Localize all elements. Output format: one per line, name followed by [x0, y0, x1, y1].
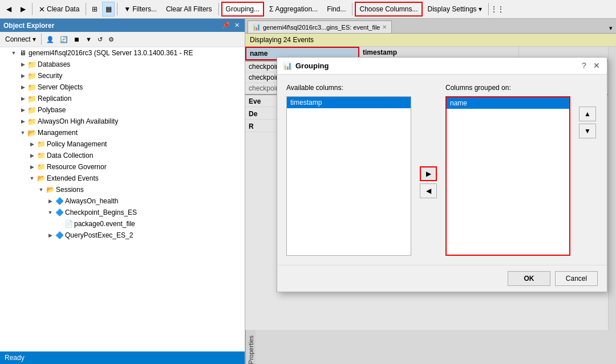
cancel-button[interactable]: Cancel — [555, 271, 598, 286]
up-down-buttons: ▲ ▼ — [577, 84, 598, 256]
subfolder-icon: 📁 — [37, 151, 46, 160]
tree-item-polybase[interactable]: ▶ 📁 Polybase — [0, 104, 245, 116]
move-down-button[interactable]: ▼ — [579, 124, 596, 138]
oe-btn-1[interactable]: 👤 — [44, 35, 56, 44]
alwayson-label: AlwaysOn High Availability — [38, 117, 118, 125]
separator-2 — [86, 3, 86, 15]
panel-header-buttons: 📌 ✕ — [220, 21, 241, 30]
aggregation-label: Aggregation... — [275, 5, 318, 13]
object-explorer-panel: Object Explorer 📌 ✕ Connect ▾ 👤 🔄 ⏹ ▼ ↺ … — [0, 19, 245, 364]
find-label: Find... — [327, 5, 346, 13]
tree-item-server[interactable]: ▼ 🖥 genemi4f\sql2016rc3 (SQL Server 13.0… — [0, 47, 245, 59]
right-panel: 📊 genemi4f\sql2016rc3...gins_ES: event_f… — [245, 19, 616, 364]
server-objects-label: Server Objects — [38, 83, 83, 91]
tree-item-management[interactable]: ▼ 📂 Management — [0, 127, 245, 138]
grouping-dialog: 📊 Grouping ? ✕ Available columns: — [277, 57, 607, 292]
filters-button[interactable]: ▼ Filters... — [120, 2, 161, 17]
oe-refresh-btn[interactable]: ↺ — [95, 35, 105, 44]
clear-all-filters-label: Clear All Filters — [166, 5, 212, 13]
choose-columns-label: Choose Columns... — [359, 5, 418, 13]
arrow-buttons: ▶ ◀ — [418, 84, 439, 256]
dialog-footer: OK Cancel — [277, 265, 607, 292]
available-columns-list[interactable]: timestamp — [286, 96, 411, 256]
move-right-button[interactable]: ▶ — [420, 166, 437, 181]
grid-view-button[interactable]: ⊞ — [88, 2, 101, 17]
dialog-controls: ? ✕ — [579, 61, 601, 70]
active-view-button[interactable]: ▦ — [102, 2, 115, 17]
list-item-timestamp[interactable]: timestamp — [287, 97, 411, 108]
toggle-icon: ▶ — [18, 118, 27, 124]
aggregation-button[interactable]: Σ Aggregation... — [265, 2, 322, 17]
clear-data-button[interactable]: ✕ Clear Data — [35, 2, 83, 17]
right-arrow-icon: ▶ — [426, 170, 431, 178]
grouping-button[interactable]: Grouping... — [221, 2, 264, 17]
management-label: Management — [38, 129, 78, 137]
more-icon: ⋮⋮ — [491, 5, 504, 13]
oe-settings-btn[interactable]: ⚙ — [106, 35, 116, 44]
separator-5 — [352, 3, 352, 15]
grouped-columns-list[interactable]: name — [445, 96, 570, 256]
toggle-icon: ▶ — [27, 141, 37, 147]
grouping-label: Grouping... — [226, 5, 260, 13]
data-collection-label: Data Collection — [47, 152, 93, 159]
move-left-button[interactable]: ◀ — [420, 183, 437, 198]
sigma-icon: Σ — [269, 5, 273, 13]
main-container: Object Explorer 📌 ✕ Connect ▾ 👤 🔄 ⏹ ▼ ↺ … — [0, 19, 616, 364]
toggle-icon: ▶ — [27, 164, 37, 170]
oe-stop-btn[interactable]: ⏹ — [71, 35, 82, 44]
tree-item-querypostexec[interactable]: ▶ 🔷 QueryPostExec_ES_2 — [0, 230, 245, 241]
folder-icon: 📂 — [46, 185, 55, 194]
tree-item-alwayson-health[interactable]: ▶ 🔷 AlwaysOn_health — [0, 195, 245, 207]
close-panel-button[interactable]: ✕ — [233, 21, 241, 30]
tree-item-security[interactable]: ▶ 📁 Security — [0, 70, 245, 81]
ok-button[interactable]: OK — [508, 271, 550, 286]
status-text: Ready — [5, 354, 25, 362]
connect-button[interactable]: Connect ▾ — [2, 34, 39, 45]
dialog-help-button[interactable]: ? — [579, 61, 589, 70]
server-icon: 🖥 — [18, 48, 27, 58]
replication-label: Replication — [38, 95, 71, 103]
alwayson-health-label: AlwaysOn_health — [65, 197, 118, 205]
connect-label: Connect ▾ — [5, 35, 36, 43]
tree-item-server-objects[interactable]: ▶ 📁 Server Objects — [0, 81, 245, 93]
forward-button[interactable]: ▶ — [17, 2, 30, 17]
move-up-button[interactable]: ▲ — [579, 107, 596, 121]
toggle-icon: ▶ — [18, 62, 27, 67]
toggle-icon: ▼ — [9, 50, 18, 56]
display-settings-button[interactable]: Display Settings ▾ — [424, 2, 486, 17]
clear-all-filters-button[interactable]: Clear All Filters — [162, 2, 216, 17]
dialog-titlebar: 📊 Grouping ? ✕ — [277, 58, 607, 75]
tree-item-sessions[interactable]: ▼ 📂 Sessions — [0, 184, 245, 195]
tree-item-policy-mgmt[interactable]: ▶ 📁 Policy Management — [0, 138, 245, 150]
more-options-button[interactable]: ⋮⋮ — [491, 2, 504, 17]
list-item-name[interactable]: name — [447, 97, 569, 109]
tree-item-resource-governor[interactable]: ▶ 📁 Resource Governor — [0, 161, 245, 173]
choose-columns-button[interactable]: Choose Columns... — [355, 2, 422, 17]
find-button[interactable]: Find... — [323, 2, 350, 17]
tree-item-alwayson[interactable]: ▶ 📁 AlwaysOn High Availability — [0, 116, 245, 127]
toggle-icon — [55, 221, 64, 227]
tree-item-data-collection[interactable]: ▶ 📁 Data Collection — [0, 150, 245, 161]
tree-item-replication[interactable]: ▶ 📁 Replication — [0, 93, 245, 104]
dialog-close-button[interactable]: ✕ — [592, 61, 601, 70]
session-icon: 🔷 — [55, 208, 64, 217]
folder-icon: 📁 — [27, 60, 37, 69]
tree-item-checkpoint-begins[interactable]: ▼ 🔷 Checkpoint_Begins_ES — [0, 207, 245, 218]
display-settings-label: Display Settings ▾ — [428, 5, 482, 13]
oe-filter-btn[interactable]: ▼ — [83, 35, 94, 44]
grid-icon: ⊞ — [92, 5, 98, 13]
session-icon: 🔷 — [55, 197, 64, 206]
toggle-icon: ▶ — [18, 84, 27, 90]
back-icon: ◀ — [6, 5, 11, 13]
back-button[interactable]: ◀ — [2, 2, 15, 17]
separator-6 — [488, 3, 489, 15]
main-toolbar: ◀ ▶ ✕ Clear Data ⊞ ▦ ▼ Filters... Clear … — [0, 0, 616, 19]
tree-item-extended-events[interactable]: ▼ 📂 Extended Events — [0, 173, 245, 184]
tree-item-databases[interactable]: ▶ 📁 Databases — [0, 59, 245, 70]
grouped-columns-panel: Columns grouped on: name — [445, 84, 570, 256]
pin-button[interactable]: 📌 — [220, 21, 232, 30]
tree-item-package0-event-file[interactable]: 📄 package0.event_file — [0, 218, 245, 230]
clear-data-label: Clear Data — [47, 5, 79, 13]
oe-btn-2[interactable]: 🔄 — [58, 35, 70, 44]
dialog-icon: 📊 — [283, 62, 292, 70]
